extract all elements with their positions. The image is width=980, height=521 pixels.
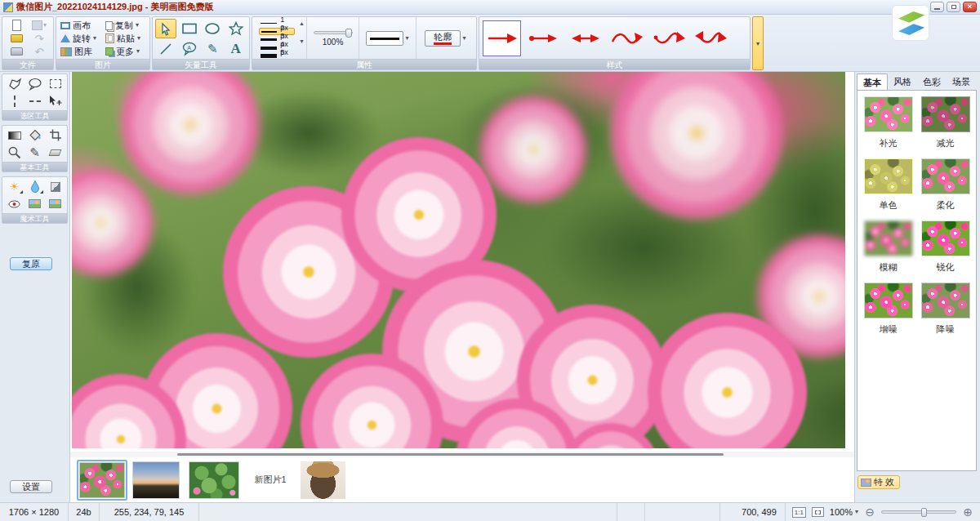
gallery-button[interactable]: 图库 (58, 45, 103, 58)
arrow-style-double[interactable] (566, 22, 604, 55)
lasso-select-button[interactable] (26, 77, 44, 91)
undo-icon: ↶ (35, 47, 44, 57)
canvas-area[interactable]: 新图片1 (70, 72, 855, 502)
tab-color[interactable]: 色彩 (917, 73, 947, 90)
paste-dropdown-icon[interactable]: ▾ (137, 35, 140, 42)
eraser-tool-button[interactable] (47, 145, 65, 159)
filmstrip-thumb-portrait[interactable] (301, 461, 345, 499)
ribbon-group-file: ▾ ↷ ↶ 文件 (2, 16, 54, 70)
zoom-in-button[interactable]: ⊕ (962, 506, 973, 518)
close-button[interactable]: × (963, 2, 977, 12)
polygon-select-button[interactable] (6, 77, 24, 91)
column-select-button[interactable] (6, 94, 24, 108)
save-button[interactable]: ▾ (32, 20, 47, 30)
opacity-slider[interactable] (314, 31, 353, 34)
zoom-tool-button[interactable] (6, 145, 24, 159)
arrow-style-dot-start[interactable] (524, 22, 563, 55)
photo-effect-button-2[interactable] (47, 197, 65, 211)
filter-monochrome[interactable]: 单色 (862, 158, 915, 216)
copy-button[interactable]: 复制 ▾ (103, 19, 148, 32)
marquee-icon (50, 79, 61, 88)
eyedropper-tool-button[interactable]: ✎ (26, 145, 44, 159)
canvas-button[interactable]: 画布 (58, 19, 103, 32)
undo-button[interactable]: ↶ (35, 47, 44, 57)
save-dropdown-icon[interactable]: ▾ (43, 22, 47, 29)
open-file-button[interactable] (11, 34, 23, 42)
text-tool-button[interactable]: A (225, 39, 247, 59)
more-button[interactable]: 更多 ▾ (103, 45, 148, 58)
filter-soften[interactable]: 柔化 (919, 158, 972, 216)
tab-basic[interactable]: 基本 (857, 73, 888, 90)
tab-scene[interactable]: 场景 (947, 73, 976, 90)
filmstrip-thumb-lotus[interactable] (189, 461, 239, 499)
brightness-tool-button[interactable]: ☀ (6, 180, 24, 194)
settings-button[interactable]: 设置 (10, 480, 52, 493)
contrast-tool-button[interactable] (47, 180, 65, 194)
more-dropdown-icon[interactable]: ▾ (136, 48, 140, 55)
filter-blur[interactable]: 模糊 (862, 220, 915, 278)
pencil-tool-button[interactable]: ✎ (202, 39, 223, 59)
line-width-scroll-up-icon[interactable]: ▲ (299, 20, 305, 26)
arrow-style-wavy-double[interactable] (691, 22, 729, 55)
rotate-dropdown-icon[interactable]: ▾ (93, 35, 96, 42)
copy-dropdown-icon[interactable]: ▾ (136, 22, 139, 29)
red-eye-tool-button[interactable] (6, 197, 24, 211)
row-select-button[interactable] (26, 94, 44, 108)
zoom-dropdown-icon[interactable]: ▾ (855, 509, 858, 515)
filmstrip-thumb-sunset[interactable] (132, 461, 180, 499)
filter-sharpen[interactable]: 锐化 (919, 220, 972, 278)
hue-dropdown-icon (40, 190, 43, 194)
line-tool-button[interactable] (155, 39, 176, 59)
filter-add-noise[interactable]: 增噪 (862, 283, 915, 341)
arrow-style-wavy-1[interactable] (608, 22, 646, 55)
line-width-scroll-down-icon[interactable]: ▼ (299, 38, 305, 44)
restore-button[interactable] (947, 2, 960, 12)
horizontal-scrollbar-thumb[interactable] (177, 453, 724, 456)
filter-fill-light[interactable]: 补光 (862, 96, 915, 154)
arrow-style-wavy-2[interactable] (649, 22, 688, 55)
canvas-image[interactable] (72, 72, 845, 448)
ellipse-tool-button[interactable] (202, 19, 223, 38)
fit-to-window-button[interactable] (812, 507, 824, 517)
horizontal-scrollbar[interactable] (70, 452, 854, 457)
callout-tool-button[interactable]: A (179, 39, 200, 59)
filmstrip-thumb-new-image[interactable]: 新图片1 (245, 461, 296, 499)
redo-button[interactable]: ↷ (35, 33, 44, 44)
line-style-dropdown[interactable] (366, 31, 403, 46)
restore-image-button[interactable]: 复原 (10, 257, 52, 270)
ribbon-overflow-button[interactable]: ▾ (752, 16, 764, 70)
fill-tool-button[interactable] (26, 128, 44, 142)
gradient-tool-button[interactable] (6, 128, 24, 142)
image-group-label: 图片 (56, 59, 149, 69)
crop-tool-button[interactable] (47, 128, 65, 142)
arrow-style-straight[interactable] (483, 20, 521, 56)
star-tool-button[interactable] (225, 19, 247, 38)
file-group-label: 文件 (2, 59, 53, 69)
photo-effect-button-1[interactable] (26, 197, 44, 211)
more-icon (105, 47, 114, 56)
arrow-tool-button[interactable] (155, 19, 176, 38)
zoom-slider-thumb[interactable] (921, 508, 927, 517)
line-style-dropdown-icon[interactable]: ▾ (405, 35, 408, 42)
filter-reduce-light[interactable]: 减光 (919, 96, 972, 154)
opacity-slider-thumb[interactable] (345, 29, 352, 38)
rotate-button[interactable]: 旋转 ▾ (58, 32, 103, 45)
hue-tool-button[interactable] (26, 180, 44, 194)
zoom-slider[interactable] (881, 510, 956, 514)
effects-button[interactable]: 特 效 (858, 475, 900, 489)
outline-button[interactable]: 轮廓 (425, 30, 461, 47)
tab-style[interactable]: 风格 (888, 73, 917, 90)
new-file-button[interactable] (12, 20, 21, 31)
outline-dropdown-icon[interactable]: ▾ (462, 35, 466, 42)
image-icon (49, 199, 61, 208)
paste-button[interactable]: 粘贴 ▾ (103, 32, 148, 45)
rectangle-tool-button[interactable] (179, 19, 200, 38)
filter-denoise[interactable]: 降噪 (919, 283, 972, 341)
actual-size-button[interactable]: 1:1 (792, 507, 806, 518)
minimize-button[interactable] (930, 2, 944, 12)
print-button[interactable] (11, 47, 23, 56)
move-tool-button[interactable] (47, 94, 65, 108)
rect-select-button[interactable] (47, 77, 65, 91)
filmstrip-thumb-flowers-selected[interactable] (77, 460, 127, 501)
zoom-out-button[interactable]: ⊖ (864, 506, 875, 518)
